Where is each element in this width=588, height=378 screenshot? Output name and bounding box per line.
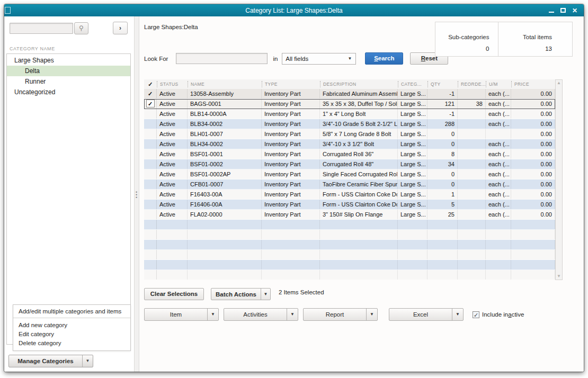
table-row[interactable]: ActiveF16406-00AInventory PartForm - USS… <box>144 200 555 210</box>
field-selector[interactable]: All fields ▼ <box>282 53 356 65</box>
cell-empty <box>486 270 511 280</box>
cell-empty <box>262 220 320 229</box>
cell-empty <box>157 230 188 239</box>
row-checkbox[interactable] <box>144 109 157 119</box>
cell-empty <box>486 250 511 259</box>
cell-reorder <box>458 149 486 159</box>
cell-empty <box>320 240 398 249</box>
table-row[interactable]: ActiveFLA02-0000Inventory Part3" 150# Sl… <box>144 210 555 220</box>
column-header-status[interactable]: STATUS <box>157 81 188 87</box>
cell-qty: 1 <box>427 190 458 199</box>
select-all-column-header[interactable]: ✓ <box>144 81 157 87</box>
search-button[interactable]: Search <box>365 52 403 65</box>
category-item-uncategorized[interactable]: Uncategorized <box>7 87 130 97</box>
column-header-name[interactable]: NAME <box>188 81 262 87</box>
add-edit-multiple-link[interactable]: Add/edit multiple categories and items <box>13 305 130 318</box>
row-checkbox[interactable] <box>144 119 157 129</box>
table-row[interactable]: ActiveBLB34-0002Inventory Part3/4"-10 Gr… <box>144 119 555 129</box>
cell-type: Inventory Part <box>262 169 320 179</box>
cell-reorder <box>458 169 486 179</box>
vertical-scrollbar[interactable]: ▲ ▼ <box>555 79 563 280</box>
category-item-large-shapes[interactable]: Large Shapes <box>7 55 130 66</box>
cell-um: each (... <box>486 99 511 109</box>
report-menu-button[interactable]: Report▼ <box>303 308 378 321</box>
category-item-delta[interactable]: Delta <box>7 66 130 76</box>
cell-empty <box>320 230 398 239</box>
batch-actions-button[interactable]: Batch Actions ▼ <box>211 288 271 300</box>
close-icon[interactable]: ✕ <box>572 8 577 13</box>
item-menu-button[interactable]: Item▼ <box>144 308 219 321</box>
table-row[interactable]: ✓Active13058-AssemblyInventory PartFabri… <box>144 89 555 99</box>
cell-price: 0.00 <box>511 169 555 179</box>
table-row[interactable]: ActiveBLH34-0002Inventory Part3/4"-10 x … <box>144 139 555 149</box>
row-checkbox[interactable] <box>144 169 157 179</box>
cell-type: Inventory Part <box>262 210 320 219</box>
minimize-icon[interactable] <box>549 12 554 13</box>
edit-category-link[interactable]: Edit category <box>13 330 130 339</box>
sidebar-splitter[interactable]: ••• <box>134 16 139 372</box>
column-header-qty[interactable]: QTY <box>427 81 458 87</box>
search-icon[interactable]: ⚲ <box>74 22 88 34</box>
row-checkbox[interactable] <box>144 200 157 209</box>
cell-empty <box>511 240 555 249</box>
look-for-input[interactable] <box>176 53 268 64</box>
cell-reorder: 38 <box>458 99 486 109</box>
cell-name: BLB14-0000A <box>188 109 262 119</box>
include-inactive-checkbox[interactable]: ✓ <box>473 311 479 318</box>
table-row[interactable]: ✓ActiveBAGS-0001Inventory Part35 x 35 x … <box>144 99 555 109</box>
row-checkbox[interactable] <box>144 149 157 159</box>
table-row[interactable]: ActiveBSF01-0002APInventory PartSingle F… <box>144 169 555 179</box>
scroll-up-icon[interactable]: ▲ <box>557 81 561 85</box>
cell-status: Active <box>157 119 188 129</box>
cell-qty: 25 <box>427 210 458 219</box>
row-checkbox[interactable] <box>144 139 157 149</box>
excel-menu-button[interactable]: Excel▼ <box>389 308 464 321</box>
row-checkbox[interactable] <box>144 129 157 139</box>
column-header-type[interactable]: TYPE <box>262 81 320 87</box>
column-header-description[interactable]: DESCRIPTION <box>320 81 398 87</box>
column-header-reorde[interactable]: REORDE... <box>458 81 486 87</box>
table-row[interactable]: ActiveBSF01-0002Inventory PartCorrugated… <box>144 159 555 169</box>
cell-reorder <box>458 119 486 129</box>
manage-categories-button[interactable]: Manage Categories ▼ <box>8 355 93 367</box>
category-search-input[interactable] <box>10 23 73 34</box>
cell-name: BLH01-0007 <box>188 129 262 139</box>
scroll-down-icon[interactable]: ▼ <box>557 274 561 278</box>
row-checkbox[interactable]: ✓ <box>144 89 157 98</box>
table-row[interactable]: ActiveBLB14-0000AInventory Part1" x 4" L… <box>144 109 555 119</box>
cell-empty <box>427 270 458 280</box>
table-row[interactable]: ActiveCFB01-0007Inventory PartTaoFibre C… <box>144 179 555 190</box>
in-label: in <box>273 56 278 62</box>
row-checkbox[interactable] <box>144 190 157 199</box>
delete-category-link[interactable]: Delete category <box>13 339 130 348</box>
cell-price: 0.00 <box>511 129 555 139</box>
add-new-category-link[interactable]: Add new category <box>13 321 130 330</box>
main-panel: Large Shapes:Delta Sub-categories0Total … <box>139 16 584 372</box>
chevron-down-icon: ▼ <box>82 355 93 367</box>
cell-category: Large S... <box>398 159 427 169</box>
category-item-runner[interactable]: Runner <box>7 76 130 87</box>
column-header-price[interactable]: PRICE <box>511 81 555 87</box>
clear-selections-button[interactable]: Clear Selections <box>144 288 204 300</box>
column-header-u/m[interactable]: U/M <box>486 81 511 87</box>
row-checkbox[interactable] <box>144 179 157 189</box>
collapse-sidebar-button[interactable]: › <box>113 22 128 34</box>
cell-description: 3/4"-10 Grade 5 Bolt 2-1/2" Long <box>320 119 398 129</box>
cell-empty <box>188 270 262 280</box>
cell-empty <box>458 260 486 269</box>
activities-menu-button[interactable]: Activities▼ <box>224 308 298 321</box>
selection-status: 2 Items Selected <box>279 289 324 295</box>
table-row[interactable]: ActiveBLH01-0007Inventory Part5/8" x 7 L… <box>144 129 555 139</box>
cell-category: Large S... <box>398 139 427 149</box>
row-checkbox[interactable] <box>144 210 157 219</box>
empty-table-row <box>144 260 555 270</box>
column-header-categ[interactable]: CATEG... <box>398 81 427 87</box>
table-row[interactable]: ActiveF16403-00AInventory PartForm - USS… <box>144 190 555 200</box>
row-checkbox[interactable] <box>144 159 157 169</box>
row-checkbox[interactable]: ✓ <box>144 99 157 109</box>
table-row[interactable]: ActiveBSF01-0001Inventory PartCorrugated… <box>144 149 555 159</box>
maximize-icon[interactable] <box>560 8 566 13</box>
cell-qty: -1 <box>427 109 458 119</box>
cell-name: BLB34-0002 <box>188 119 262 129</box>
row-checkbox <box>144 260 157 269</box>
